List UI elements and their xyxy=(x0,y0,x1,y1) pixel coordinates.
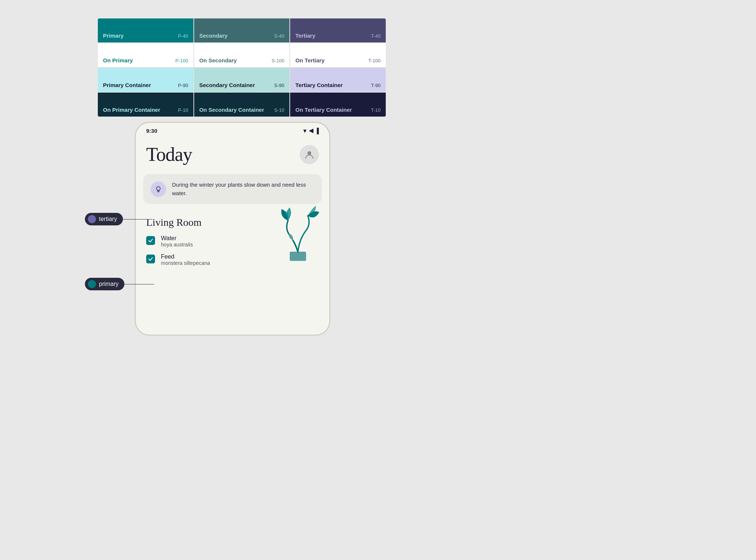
cell-label-on-secondary-container: On Secondary Container xyxy=(199,107,264,113)
color-cell-secondary: Secondary S-40 xyxy=(194,18,290,42)
cell-label-tertiary-container: Tertiary Container xyxy=(295,82,343,88)
tertiary-annotation: tertiary xyxy=(85,213,152,225)
color-cell-on-tertiary: On Tertiary T-100 xyxy=(290,43,386,67)
cell-code-primary: P-40 xyxy=(178,33,188,39)
status-icons: ▼ ◀ ▐ xyxy=(302,127,319,134)
task-name-water: Water xyxy=(161,235,193,242)
cell-code-primary-container: P-90 xyxy=(178,83,188,88)
svg-rect-2 xyxy=(290,252,306,261)
cell-label-secondary-container: Secondary Container xyxy=(199,82,255,88)
task-checkbox-feed[interactable] xyxy=(146,255,155,263)
cell-code-on-tertiary: T-100 xyxy=(368,58,381,63)
cell-code-on-secondary: S-100 xyxy=(272,58,285,63)
cell-label-tertiary: Tertiary xyxy=(295,32,315,39)
color-cell-primary-container: Primary Container P-90 xyxy=(98,68,193,92)
battery-icon: ▐ xyxy=(315,128,319,134)
cell-label-on-primary-container: On Primary Container xyxy=(103,107,160,113)
color-cell-on-primary: On Primary P-100 xyxy=(98,43,193,67)
primary-annotation: primary xyxy=(85,278,154,290)
signal-icon: ◀ xyxy=(309,127,313,134)
cell-label-on-primary: On Primary xyxy=(103,57,133,63)
primary-annotation-dot xyxy=(88,280,96,288)
task-sub-water: hoya australis xyxy=(161,242,193,248)
color-cell-on-tertiary-container: On Tertiary Container T-10 xyxy=(290,93,386,117)
task-name-feed: Feed xyxy=(161,253,210,260)
tertiary-annotation-pill: tertiary xyxy=(85,213,123,225)
cell-label-on-secondary: On Secondary xyxy=(199,57,237,63)
wifi-icon: ▼ xyxy=(302,128,308,134)
color-cell-tertiary-container: Tertiary Container T-90 xyxy=(290,68,386,92)
task-info-water: Water hoya australis xyxy=(161,235,193,248)
status-bar: 9:30 ▼ ◀ ▐ xyxy=(136,123,329,136)
phone-mockup: 9:30 ▼ ◀ ▐ Today xyxy=(135,122,330,336)
tip-icon xyxy=(151,182,166,197)
primary-annotation-label: primary xyxy=(99,281,118,287)
task-list: Water hoya australis Feed monstera silte… xyxy=(136,232,329,269)
color-cell-primary: Primary P-40 xyxy=(98,18,193,42)
tip-card: During the winter your plants slow down … xyxy=(143,174,322,204)
avatar-button[interactable] xyxy=(300,145,319,164)
cell-code-on-secondary-container: S-10 xyxy=(274,107,284,113)
cell-code-secondary: S-40 xyxy=(274,33,284,39)
cell-label-secondary: Secondary xyxy=(199,32,228,39)
app-header: Today xyxy=(136,136,329,169)
tertiary-annotation-label: tertiary xyxy=(99,216,117,222)
task-checkbox-water[interactable] xyxy=(146,236,155,245)
color-cell-on-secondary-container: On Secondary Container S-10 xyxy=(194,93,290,117)
color-cell-secondary-container: Secondary Container S-90 xyxy=(194,68,290,92)
tertiary-annotation-dot xyxy=(88,215,96,223)
plant-illustration xyxy=(274,203,322,262)
svg-point-1 xyxy=(157,187,160,190)
color-grid: Primary P-40Secondary S-40Tertiary T-40O… xyxy=(98,18,386,117)
svg-point-0 xyxy=(307,151,311,155)
color-cell-tertiary: Tertiary T-40 xyxy=(290,18,386,42)
color-cell-on-primary-container: On Primary Container P-10 xyxy=(98,93,193,117)
task-sub-feed: monstera siltepecana xyxy=(161,260,210,266)
cell-code-on-primary: P-100 xyxy=(175,58,188,63)
cell-code-secondary-container: S-90 xyxy=(274,83,284,88)
person-icon xyxy=(305,150,314,159)
color-cell-on-secondary: On Secondary S-100 xyxy=(194,43,290,67)
status-time: 9:30 xyxy=(146,128,157,134)
cell-label-on-tertiary: On Tertiary xyxy=(295,57,324,63)
cell-code-tertiary-container: T-90 xyxy=(371,83,381,88)
tip-text: During the winter your plants slow down … xyxy=(172,181,315,197)
page-title: Today xyxy=(146,144,192,165)
cell-code-on-primary-container: P-10 xyxy=(178,107,188,113)
primary-annotation-pill: primary xyxy=(85,278,124,290)
phone-screen: 9:30 ▼ ◀ ▐ Today xyxy=(135,122,330,336)
cell-label-primary-container: Primary Container xyxy=(103,82,151,88)
tertiary-annotation-line xyxy=(123,219,152,219)
cell-label-on-tertiary-container: On Tertiary Container xyxy=(295,107,352,113)
cell-label-primary: Primary xyxy=(103,32,124,39)
cell-code-tertiary: T-40 xyxy=(371,33,381,39)
task-info-feed: Feed monstera siltepecana xyxy=(161,253,210,266)
primary-annotation-line xyxy=(124,284,154,284)
cell-code-on-tertiary-container: T-10 xyxy=(371,107,381,113)
